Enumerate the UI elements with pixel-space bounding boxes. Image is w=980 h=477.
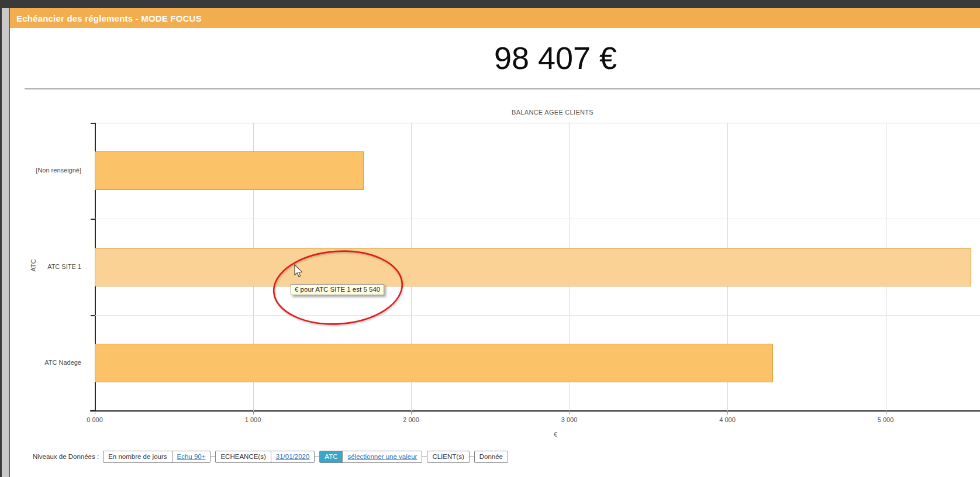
y-tickmark bbox=[91, 315, 95, 316]
level-link-echu-90[interactable]: Echu 90+ bbox=[172, 451, 211, 462]
level-name-client-s: CLIENT(s) bbox=[427, 451, 468, 462]
x-tickmark-1000 bbox=[253, 412, 254, 414]
red-ellipse-annotation bbox=[264, 241, 412, 336]
plot-top-border bbox=[95, 123, 980, 123]
window-left-border bbox=[0, 8, 10, 477]
panel-title: Echéancier des réglements - MODE FOCUS bbox=[16, 13, 202, 23]
x-tick-label: 0 000 bbox=[74, 416, 115, 423]
x-tick-label: 4 000 bbox=[707, 416, 748, 423]
x-tick-label: 2 000 bbox=[391, 416, 432, 423]
panel-header: Echéancier des réglements - MODE FOCUS bbox=[10, 8, 980, 28]
x-axis-line bbox=[90, 410, 980, 412]
level-name-donn-e: Donnée bbox=[475, 451, 508, 462]
level-name-echeance-s: ECHEANCE(s) bbox=[216, 451, 270, 462]
x-tick-label: 5 000 bbox=[865, 416, 906, 423]
category-separator bbox=[95, 315, 980, 316]
category-label-atc-site-1: ATC SITE 1 bbox=[0, 263, 88, 270]
level-connector bbox=[211, 457, 215, 457]
x-tick-label: 1 000 bbox=[233, 416, 274, 423]
chart-title: BALANCE AGEE CLIENTS bbox=[377, 109, 728, 116]
bar-non-renseign[interactable] bbox=[95, 151, 364, 190]
bar-atc-site-1[interactable] bbox=[95, 248, 971, 286]
level-connector bbox=[315, 457, 319, 457]
level-connector bbox=[422, 457, 427, 457]
x-tickmark-3000 bbox=[570, 412, 570, 414]
x-axis-title: € bbox=[538, 431, 573, 438]
plot-area: 0 0001 0002 0003 0004 0005 000[Non rense… bbox=[95, 123, 980, 411]
bar-atc-nadege[interactable] bbox=[95, 344, 773, 382]
kpi-divider bbox=[25, 88, 980, 89]
level-group-4: Donnée bbox=[474, 451, 508, 463]
drill-level-bar: Niveaux de Données : En nombre de joursE… bbox=[33, 450, 508, 463]
y-tickmark bbox=[91, 219, 95, 220]
level-name-en-nombre-de-jours: En nombre de jours bbox=[103, 451, 171, 462]
level-group-2: ATCsélectionner une valeur bbox=[319, 451, 422, 463]
level-group-1: ECHEANCE(s)31/01/2020 bbox=[215, 451, 315, 463]
kpi-total-value: 98 407 € bbox=[380, 40, 731, 76]
y-tickmark bbox=[91, 410, 95, 411]
x-tickmark-0 bbox=[95, 412, 95, 414]
category-separator bbox=[95, 219, 980, 219]
level-group-0: En nombre de joursEchu 90+ bbox=[103, 451, 211, 463]
level-group-3: CLIENT(s) bbox=[427, 451, 469, 463]
category-label-atc-nadege: ATC Nadege bbox=[0, 359, 88, 366]
drill-level-label: Niveaux de Données : bbox=[33, 453, 99, 460]
x-tickmark-5000 bbox=[886, 412, 886, 414]
level-link-31-01-2020[interactable]: 31/01/2020 bbox=[271, 451, 315, 462]
y-tickmark bbox=[91, 123, 95, 124]
category-label-non-renseign: [Non renseigné] bbox=[0, 167, 88, 174]
x-tick-label: 3 000 bbox=[549, 416, 590, 423]
x-tickmark-2000 bbox=[411, 412, 412, 414]
level-connector bbox=[470, 457, 474, 457]
x-tickmark-4000 bbox=[727, 412, 728, 414]
level-link-s-lectionner-une-valeur[interactable]: sélectionner une valeur bbox=[342, 451, 422, 462]
window-top-border bbox=[0, 0, 980, 8]
level-selected-atc[interactable]: ATC bbox=[320, 451, 342, 462]
y-axis-title: ATC bbox=[30, 259, 37, 271]
